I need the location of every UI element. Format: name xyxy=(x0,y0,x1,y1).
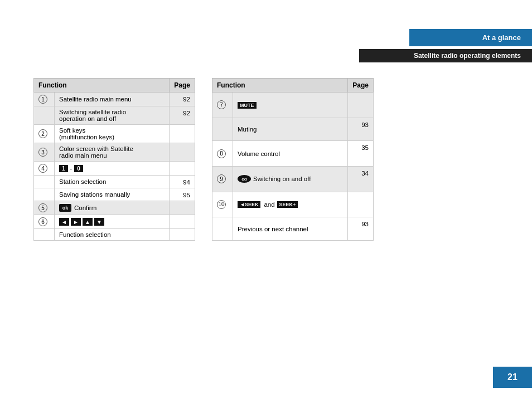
row-page xyxy=(348,192,374,217)
table-row: 3 Color screen with Satelliteradio main … xyxy=(34,143,195,162)
and-label: and xyxy=(264,201,274,208)
table-row: Muting 93 xyxy=(212,118,374,141)
row-page: 93 xyxy=(348,217,374,241)
section-title: Satellite radio operating elements xyxy=(359,49,532,62)
row-number: 6 xyxy=(38,217,47,226)
page-number: 21 xyxy=(493,367,532,388)
left-function-table: Function Page 1 Satellite radio main men… xyxy=(33,78,195,241)
row-function: Previous or next channel xyxy=(233,217,348,241)
row-function: Switching satellite radiooperation on an… xyxy=(55,106,170,125)
right-function-table: Function Page 7 MUTE Muting 93 xyxy=(212,78,374,241)
switching-label: Switching on and off xyxy=(253,176,311,182)
row-page xyxy=(170,143,195,162)
row-number: 8 xyxy=(217,149,226,158)
row-function-special: MUTE xyxy=(233,93,348,118)
table-row: 8 Volume control 35 xyxy=(212,141,374,167)
row-page: 35 xyxy=(348,141,374,167)
table-row: 1 Satellite radio main menu 92 xyxy=(34,93,195,106)
left-col-function: Function xyxy=(34,79,170,93)
seek-back-badge: ◄SEEK xyxy=(238,201,260,208)
row-page xyxy=(170,215,195,229)
row-function-special: ok Confirm xyxy=(55,201,170,215)
row-function-special: cd Switching on and off xyxy=(233,166,348,192)
row-function: Color screen with Satelliteradio main me… xyxy=(55,143,170,162)
arrow-down-icon: ▼ xyxy=(94,218,104,226)
badge-one: 1 xyxy=(59,165,68,172)
arrow-right-icon: ► xyxy=(71,218,81,226)
row-page xyxy=(170,229,195,241)
row-function: Soft keys(multifunction keys) xyxy=(55,125,170,143)
row-function: Function selection xyxy=(55,229,170,241)
left-col-page: Page xyxy=(170,79,195,93)
table-row: 2 Soft keys(multifunction keys) xyxy=(34,125,195,143)
row-number: 10 xyxy=(217,200,226,209)
table-row: 5 ok Confirm xyxy=(34,201,195,215)
badge-zero: 0 xyxy=(74,165,83,172)
table-row: Saving stations manually 95 xyxy=(34,188,195,201)
row-number: 9 xyxy=(217,174,226,183)
row-function-special: 1 - 0 xyxy=(55,162,170,176)
table-row: 9 cd Switching on and off 34 xyxy=(212,166,374,192)
row-number: 7 xyxy=(217,100,226,109)
ok-badge: ok xyxy=(59,204,71,212)
row-page xyxy=(170,201,195,215)
row-function: Muting xyxy=(233,118,348,141)
row-page xyxy=(170,125,195,143)
table-row: Previous or next channel 93 xyxy=(212,217,374,241)
table-row: Switching satellite radiooperation on an… xyxy=(34,106,195,125)
seek-fwd-badge: SEEK+ xyxy=(277,201,298,208)
row-function-special: ◄ ► ▲ ▼ xyxy=(55,215,170,229)
table-row: 4 1 - 0 xyxy=(34,162,195,176)
mute-badge: MUTE xyxy=(238,102,257,109)
row-page: 93 xyxy=(348,118,374,141)
row-page xyxy=(348,93,374,118)
row-number: 1 xyxy=(38,95,47,104)
arrow-left-icon: ◄ xyxy=(59,218,69,226)
row-page: 94 xyxy=(170,176,195,188)
row-number: 4 xyxy=(38,164,47,173)
row-number: 2 xyxy=(38,129,47,138)
right-col-function: Function xyxy=(212,79,348,93)
row-number: 5 xyxy=(38,203,47,212)
confirm-label: Confirm xyxy=(74,205,96,211)
row-page xyxy=(170,162,195,176)
main-content: Function Page 1 Satellite radio main men… xyxy=(33,78,374,241)
table-row: 10 ◄SEEK and SEEK+ xyxy=(212,192,374,217)
row-page: 92 xyxy=(170,106,195,125)
row-number: 3 xyxy=(38,148,47,157)
at-a-glance-tab: At a glance xyxy=(409,29,532,46)
row-page: 34 xyxy=(348,166,374,192)
row-function: Volume control xyxy=(233,141,348,167)
row-function: Saving stations manually xyxy=(55,188,170,201)
right-col-page: Page xyxy=(348,79,374,93)
row-page: 92 xyxy=(170,93,195,106)
table-row: 7 MUTE xyxy=(212,93,374,118)
arrow-up-icon: ▲ xyxy=(83,218,93,226)
table-row: 6 ◄ ► ▲ ▼ xyxy=(34,215,195,229)
table-row: Function selection xyxy=(34,229,195,241)
row-function: Satellite radio main menu xyxy=(55,93,170,106)
row-page: 95 xyxy=(170,188,195,201)
table-row: Station selection 94 xyxy=(34,176,195,188)
cd-badge: cd xyxy=(238,175,251,183)
row-function: Station selection xyxy=(55,176,170,188)
row-function-special: ◄SEEK and SEEK+ xyxy=(233,192,348,217)
